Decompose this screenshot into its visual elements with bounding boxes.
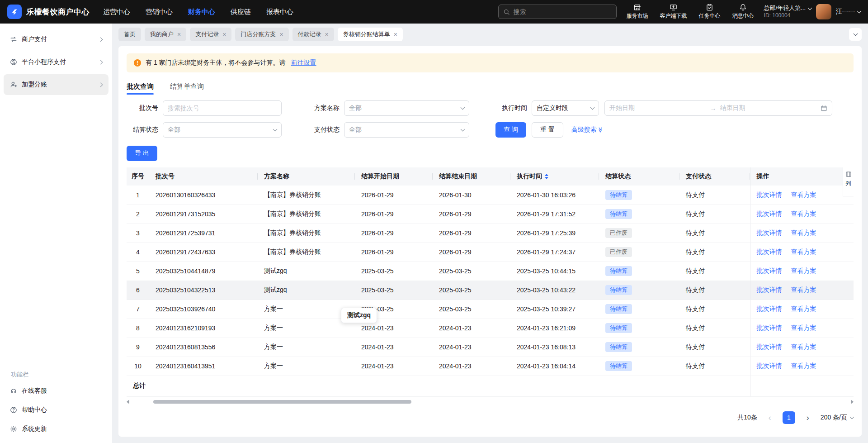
- tab-settlement-query[interactable]: 结算单查询: [170, 77, 204, 96]
- nav-marketing-center[interactable]: 营销中心: [146, 8, 173, 16]
- query-button[interactable]: 查 询: [495, 122, 526, 138]
- sidebar-item-system-update[interactable]: 系统更新: [0, 419, 112, 438]
- sidebar-item-help-center[interactable]: 帮助中心: [0, 400, 112, 419]
- batch-detail-link[interactable]: 批次详情: [757, 286, 782, 293]
- filter-batch-no: 批次号: [127, 100, 286, 116]
- sidebar-item-miniprogram-pay[interactable]: 平台小程序支付: [4, 52, 108, 72]
- tab-list-dropdown[interactable]: [849, 28, 862, 41]
- column-header-pay-status: 支付状态: [679, 167, 750, 186]
- close-icon[interactable]: [222, 31, 226, 38]
- batch-no-input[interactable]: [163, 100, 282, 116]
- close-icon[interactable]: [279, 31, 283, 38]
- settle-status-select[interactable]: 全部: [163, 122, 282, 138]
- reset-button[interactable]: 重 置: [532, 122, 563, 138]
- org-selector[interactable]: 总部/年轻人第... ID: 100004: [764, 5, 811, 19]
- view-plan-link[interactable]: 查看方案: [791, 305, 816, 312]
- sidebar-item-online-support[interactable]: 在线客服: [0, 381, 112, 400]
- view-plan-link[interactable]: 查看方案: [791, 267, 816, 274]
- view-plan-link[interactable]: 查看方案: [791, 343, 816, 350]
- scrollbar-thumb[interactable]: [153, 400, 411, 404]
- go-to-settings-link[interactable]: 前往设置: [291, 59, 316, 67]
- table-body: 1 20260130160326433 【南京】券核销分账 2026-01-29…: [127, 186, 854, 376]
- cell-settle-start: 2026-01-29: [355, 186, 433, 205]
- scroll-left-arrow[interactable]: [127, 400, 129, 404]
- avatar[interactable]: [816, 4, 831, 19]
- current-page-button[interactable]: 1: [783, 411, 795, 424]
- sort-icon: [545, 174, 548, 179]
- prev-page-button[interactable]: [764, 411, 776, 424]
- next-page-button[interactable]: [802, 411, 814, 424]
- close-icon[interactable]: [325, 31, 329, 38]
- task-center-link[interactable]: 任务中心: [699, 4, 721, 20]
- view-plan-link[interactable]: 查看方案: [791, 248, 816, 255]
- table-header-row: 序号 批次号 方案名称 结算开始日期 结算结束日期 执行时间 结算状态 支付状态…: [127, 167, 854, 186]
- export-button[interactable]: 导 出: [127, 146, 157, 161]
- cell-batch-no: 20240123162109193: [149, 319, 258, 338]
- batch-detail-link[interactable]: 批次详情: [757, 362, 782, 369]
- start-date-placeholder: 开始日期: [609, 104, 707, 112]
- sidebar-item-merchant-pay[interactable]: 商户支付: [4, 29, 108, 50]
- client-download-link[interactable]: 客户端下载: [660, 4, 687, 20]
- horizontal-scrollbar[interactable]: [127, 399, 854, 405]
- pay-status-select[interactable]: 全部: [344, 122, 469, 138]
- user-menu[interactable]: 汪一一: [836, 8, 861, 16]
- tab-store-split-plan[interactable]: 门店分账方案: [235, 28, 288, 41]
- service-market-link[interactable]: 服务市场: [627, 4, 648, 20]
- batch-detail-link[interactable]: 批次详情: [757, 343, 782, 350]
- batch-detail-link[interactable]: 批次详情: [757, 248, 782, 255]
- tab-home[interactable]: 首页: [118, 28, 141, 41]
- scroll-right-arrow[interactable]: [851, 400, 854, 404]
- view-plan-link[interactable]: 查看方案: [791, 191, 816, 198]
- exec-time-type-select[interactable]: 自定义时段: [532, 100, 599, 116]
- arrow-right-icon: [710, 105, 717, 112]
- cell-settle-start: 2025-03-25: [355, 262, 433, 281]
- tab-payout-records[interactable]: 付款记录: [292, 28, 334, 41]
- view-plan-link[interactable]: 查看方案: [791, 210, 816, 217]
- batch-detail-link[interactable]: 批次详情: [757, 229, 782, 236]
- nav-supply-chain[interactable]: 供应链: [231, 8, 251, 16]
- filter-actions: 查 询 重 置 高级搜索: [495, 122, 854, 138]
- batch-detail-link[interactable]: 批次详情: [757, 324, 782, 331]
- close-icon[interactable]: [394, 31, 397, 38]
- customer-service-icon: [10, 387, 17, 395]
- date-range-picker[interactable]: 开始日期 结束日期: [604, 100, 832, 116]
- table-row: 1 20260130160326433 【南京】券核销分账 2026-01-29…: [127, 186, 854, 205]
- scrollbar-track[interactable]: [132, 400, 849, 404]
- view-plan-link[interactable]: 查看方案: [791, 362, 816, 369]
- view-plan-link[interactable]: 查看方案: [791, 324, 816, 331]
- filter-panel: 批次号 方案名称 全部 执行时间 自定义时段: [127, 100, 854, 138]
- batch-detail-link[interactable]: 批次详情: [757, 267, 782, 274]
- view-plan-link[interactable]: 查看方案: [791, 229, 816, 236]
- chevron-right-icon: [99, 37, 103, 42]
- total-label: 总计: [127, 376, 258, 396]
- message-center-link[interactable]: 消息中心: [732, 4, 754, 20]
- calendar-icon[interactable]: [821, 105, 827, 112]
- tab-coupon-settlement[interactable]: 券核销分账结算单: [338, 28, 403, 41]
- column-settings-tool[interactable]: 列: [843, 167, 854, 196]
- plan-name-select[interactable]: 全部: [344, 100, 469, 116]
- sidebar: 商户支付 平台小程序支付 加盟分账 功能栏 在线客服 帮助中心 系统更新: [0, 24, 112, 443]
- page-size-select[interactable]: 200 条/页: [821, 414, 854, 422]
- search-input[interactable]: [514, 8, 612, 15]
- chevron-right-icon: [99, 60, 103, 64]
- tab-payment-records[interactable]: 支付记录: [190, 28, 231, 41]
- column-header-batch-no: 批次号: [149, 167, 258, 186]
- cell-pay-status: 待支付: [679, 338, 750, 357]
- column-header-exec-time[interactable]: 执行时间: [510, 167, 599, 186]
- sidebar-item-franchise-split[interactable]: 加盟分账: [4, 74, 108, 95]
- nav-operation-center[interactable]: 运营中心: [103, 8, 130, 16]
- batch-detail-link[interactable]: 批次详情: [757, 191, 782, 198]
- cell-batch-no: 20260129172539731: [149, 224, 258, 243]
- nav-report-center[interactable]: 报表中心: [266, 8, 293, 16]
- global-search[interactable]: [498, 5, 617, 19]
- tab-batch-query[interactable]: 批次查询: [127, 77, 154, 96]
- nav-finance-center[interactable]: 财务中心: [188, 8, 215, 16]
- batch-detail-link[interactable]: 批次详情: [757, 210, 782, 217]
- tab-my-merchant[interactable]: 我的商户: [145, 28, 186, 41]
- view-plan-link[interactable]: 查看方案: [791, 286, 816, 293]
- advanced-search-link[interactable]: 高级搜索: [571, 126, 604, 134]
- batch-detail-link[interactable]: 批次详情: [757, 305, 782, 312]
- settle-status-badge: 已作废: [605, 247, 632, 257]
- cell-settle-start: 2026-01-29: [355, 243, 433, 262]
- close-icon[interactable]: [177, 31, 181, 38]
